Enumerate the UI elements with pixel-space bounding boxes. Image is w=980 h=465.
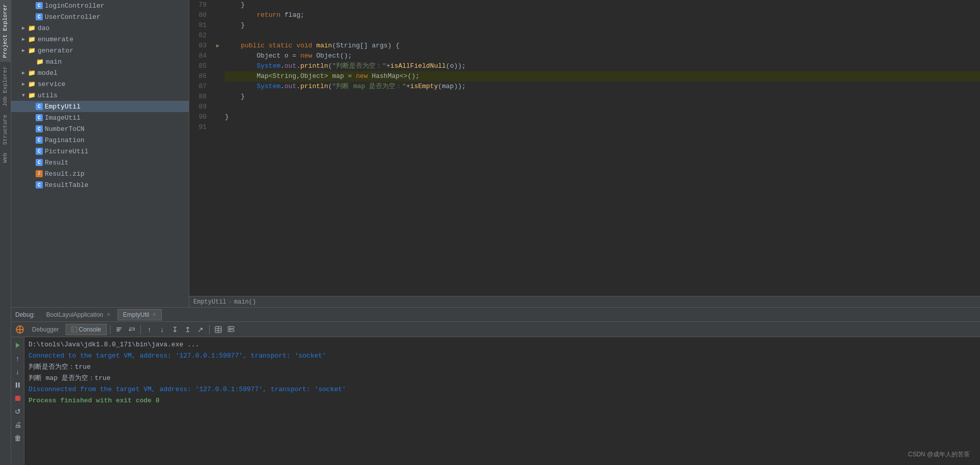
file-icon: 📁 <box>27 46 36 54</box>
tree-item[interactable]: 📁main <box>11 56 189 67</box>
code-line[interactable] <box>225 31 980 41</box>
svg-rect-4 <box>117 327 122 329</box>
debug-panel: Debug: BootLayuiApplication✕EmptyUtil✕ D… <box>11 307 980 465</box>
run-to-cursor-button[interactable]: ↗ <box>195 324 206 335</box>
tree-item[interactable]: CImageUtil <box>11 112 189 123</box>
step-up-button[interactable]: ↑ <box>144 324 155 335</box>
svg-rect-6 <box>117 331 120 332</box>
tree-item[interactable]: ▶📁enumerate <box>11 34 189 45</box>
tree-item-label: PictureUtil <box>45 148 189 155</box>
tree-item-label: NumberToCN <box>45 125 189 133</box>
code-line[interactable]: System.out.println("判断是否为空："+isAllFieldN… <box>225 61 980 71</box>
console-tab[interactable]: Console <box>66 324 107 335</box>
tree-item-label: Result.zip <box>45 170 189 178</box>
tree-item[interactable]: ▶📁dao <box>11 22 189 34</box>
sidebar-item-job-explorer[interactable]: Job Explorer <box>0 62 11 111</box>
tree-item[interactable]: CResultTable <box>11 179 189 190</box>
tree-arrow-icon: ▼ <box>19 93 27 98</box>
toolbar-separator-1 <box>110 325 110 334</box>
table-view-button[interactable] <box>213 324 224 335</box>
tree-item-label: utils <box>38 92 189 99</box>
console-line: 判断是否为空：true <box>28 362 976 373</box>
tree-item[interactable]: ▶📁model <box>11 67 189 78</box>
tree-arrow-icon: ▶ <box>19 47 27 53</box>
file-icon: C <box>36 2 43 9</box>
sidebar-item-structure[interactable]: Structure <box>0 111 11 149</box>
console-icon <box>71 326 77 333</box>
gutter-item: ▶ <box>215 41 221 51</box>
debug-tab-item[interactable]: BootLayuiApplication✕ <box>41 309 116 320</box>
code-lines[interactable]: } return flag; } public static void main… <box>221 0 980 296</box>
debug-tabs-bar: Debug: BootLayuiApplication✕EmptyUtil✕ <box>11 308 980 322</box>
stop-button[interactable] <box>13 393 23 403</box>
left-debug-buttons: ↑ ↓ ↺ 🖨 🗑 <box>11 337 24 465</box>
debugger-tab[interactable]: Debugger <box>27 324 64 335</box>
step-out-button[interactable]: ↥ <box>182 324 193 335</box>
format-button[interactable] <box>113 324 125 335</box>
code-line[interactable]: } <box>225 0 980 10</box>
breadcrumb: EmptyUtil › main() <box>189 296 980 307</box>
console-line: Connected to the target VM, address: '12… <box>28 350 976 362</box>
pause-button[interactable] <box>13 380 23 390</box>
line-number: 81 <box>189 20 211 31</box>
tree-item[interactable]: CPagination <box>11 134 189 146</box>
tree-item[interactable]: CNumberToCN <box>11 123 189 134</box>
print-button[interactable]: 🖨 <box>13 420 23 430</box>
step-down-button[interactable]: ↓ <box>157 324 168 335</box>
tree-item-label: model <box>38 69 189 77</box>
soft-wrap-button[interactable] <box>126 324 137 335</box>
tree-item[interactable]: ▶📁generator <box>11 45 189 56</box>
tree-item[interactable]: ▶📁service <box>11 78 189 90</box>
bug-icon-button[interactable] <box>14 324 25 335</box>
code-line[interactable]: Object o = new Object(); <box>225 51 980 61</box>
console-output[interactable]: D:\tools\Java\jdk1.8.0_171\bin\java.exe … <box>24 337 980 465</box>
code-line[interactable]: } <box>225 92 980 102</box>
tree-item[interactable]: CUserController <box>11 11 189 22</box>
line-number: 89 <box>189 102 211 112</box>
tab-close-icon[interactable]: ✕ <box>152 312 156 317</box>
tree-item-label: ResultTable <box>45 181 189 189</box>
code-line[interactable]: } <box>225 20 980 31</box>
file-icon: C <box>36 114 43 121</box>
clear-button[interactable]: 🗑 <box>13 433 23 443</box>
gutter-item <box>215 112 221 122</box>
line-number: 87 <box>189 81 211 92</box>
tree-item-label: dao <box>38 24 189 32</box>
console-line: 判断 map 是否为空：true <box>28 373 976 384</box>
gutter-item <box>215 61 221 71</box>
line-number: 84 <box>189 51 211 61</box>
code-line[interactable]: public static void main(String[] args) { <box>225 41 980 51</box>
tree-item[interactable]: CloginController <box>11 0 189 11</box>
tree-item[interactable]: CEmptyUtil <box>11 101 189 112</box>
resume-button[interactable] <box>13 340 23 350</box>
svg-rect-11 <box>228 326 234 329</box>
tree-arrow-icon: ▶ <box>19 25 27 31</box>
file-icon: C <box>36 13 43 20</box>
tab-close-icon[interactable]: ✕ <box>106 312 110 317</box>
tree-item-label: Result <box>45 159 189 167</box>
tree-item[interactable]: ▼📁utils <box>11 90 189 101</box>
sidebar-item-project-explorer[interactable]: Project Explorer <box>0 0 11 62</box>
rerun-button[interactable]: ↺ <box>13 406 23 417</box>
code-line[interactable]: } <box>225 112 980 122</box>
code-line[interactable]: return flag; <box>225 10 980 20</box>
tree-item[interactable]: CPictureUtil <box>11 146 189 157</box>
tree-item-label: loginController <box>45 2 189 10</box>
file-icon: C <box>36 136 43 144</box>
code-line[interactable] <box>225 102 980 112</box>
scroll-down-button[interactable]: ↓ <box>13 367 23 377</box>
code-line[interactable]: System.out.println("判断 map 是否为空："+isEmpt… <box>225 81 980 92</box>
svg-rect-12 <box>228 330 234 332</box>
debug-label: Debug: <box>15 311 35 318</box>
tree-item[interactable]: CResult <box>11 157 189 168</box>
scroll-up-button[interactable]: ↑ <box>13 353 23 364</box>
tree-item[interactable]: ZResult.zip <box>11 168 189 179</box>
list-view-button[interactable] <box>225 324 237 335</box>
tree-item-label: enumerate <box>38 36 189 43</box>
debug-tab-item[interactable]: EmptyUtil✕ <box>118 309 162 320</box>
sidebar-item-web[interactable]: Web <box>0 149 11 167</box>
debug-toolbar: Debugger Console <box>11 322 980 337</box>
step-over-button[interactable]: ↧ <box>169 324 181 335</box>
code-line[interactable]: Map<String,Object> map = new HashMap<>()… <box>225 71 980 81</box>
code-line[interactable] <box>225 122 980 132</box>
